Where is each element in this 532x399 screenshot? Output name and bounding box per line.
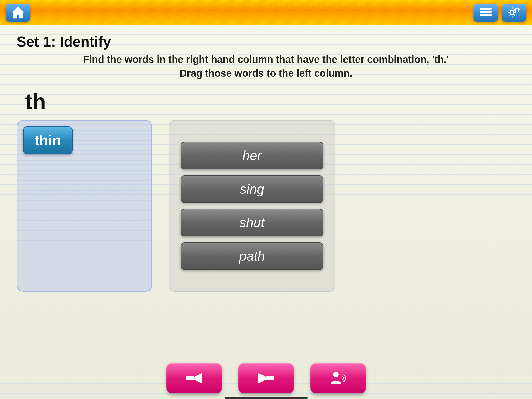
list-icon	[479, 7, 492, 18]
right-word-column: her sing shut path	[169, 120, 335, 292]
svg-rect-2	[480, 11, 492, 13]
svg-rect-1	[480, 8, 492, 10]
svg-point-11	[333, 372, 339, 377]
placed-word-thin[interactable]: thin	[23, 126, 73, 154]
svg-rect-3	[480, 14, 492, 16]
back-button[interactable]	[166, 363, 222, 393]
forward-button[interactable]	[238, 363, 294, 393]
list-button[interactable]	[473, 4, 498, 22]
combination-label: th	[25, 89, 515, 114]
columns-area: thin her sing shut path	[17, 120, 515, 292]
bottom-bar	[225, 397, 308, 399]
main-content: Set 1: Identify Find the words in the ri…	[0, 25, 532, 399]
header-right	[473, 4, 526, 22]
back-arrow-icon	[183, 370, 205, 387]
speaker-icon	[327, 370, 349, 387]
left-drop-column[interactable]: thin	[17, 120, 152, 292]
content-area: Set 1: Identify Find the words in the ri…	[0, 25, 532, 297]
forward-arrow-icon	[255, 370, 277, 387]
header	[0, 0, 532, 25]
instruction-line1: Find the words in the right hand column …	[83, 54, 449, 65]
set-title: Set 1: Identify	[17, 33, 515, 50]
home-button[interactable]	[6, 4, 30, 22]
svg-rect-10	[266, 376, 274, 380]
instruction-line2: Drag those words to the left column.	[179, 68, 352, 79]
word-card-her[interactable]: her	[181, 142, 323, 169]
header-left	[6, 4, 30, 22]
svg-marker-0	[12, 7, 24, 18]
word-card-path[interactable]: path	[181, 242, 323, 270]
word-card-shut[interactable]: shut	[181, 209, 323, 236]
settings-button[interactable]	[502, 4, 526, 22]
settings-icon	[507, 6, 521, 19]
word-card-sing[interactable]: sing	[181, 175, 323, 203]
speaker-button[interactable]	[310, 363, 366, 393]
bottom-navigation	[0, 363, 532, 393]
svg-rect-8	[186, 376, 194, 380]
home-icon	[11, 6, 25, 19]
instruction-text: Find the words in the right hand column …	[17, 53, 515, 81]
